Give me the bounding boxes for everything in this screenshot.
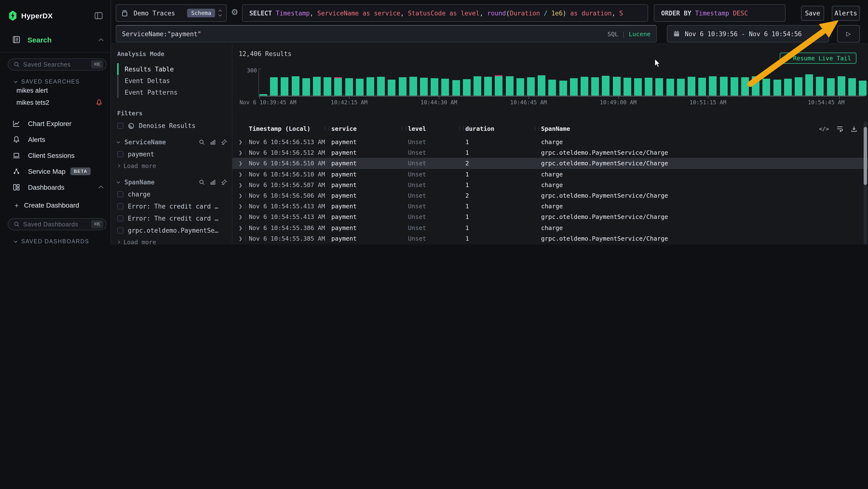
bar-chart-icon[interactable] <box>210 139 216 145</box>
checkbox[interactable] <box>117 123 123 129</box>
sidebar-item-chart-explorer[interactable]: Chart Explorer <box>0 115 111 131</box>
histogram-bar[interactable] <box>399 77 406 95</box>
histogram-bar[interactable] <box>838 76 845 95</box>
histogram-bar[interactable] <box>409 77 417 95</box>
sidebar-toggle-icon[interactable] <box>94 11 103 20</box>
bar-chart-icon[interactable] <box>210 179 216 185</box>
filter-group-spanname[interactable]: SpanName <box>117 179 227 186</box>
drag-handle-icon[interactable]: ⋮⋮ <box>400 126 407 131</box>
filter-option[interactable]: payment <box>117 151 227 158</box>
histogram-bar[interactable] <box>848 79 856 95</box>
histogram-bar[interactable] <box>495 76 503 95</box>
drag-handle-icon[interactable]: ⋮⋮ <box>533 126 540 131</box>
alerts-button[interactable]: Alerts <box>832 6 860 21</box>
histogram-bar[interactable] <box>270 77 278 95</box>
histogram-bar[interactable] <box>431 78 438 95</box>
histogram-bar[interactable] <box>302 78 310 95</box>
lang-sql[interactable]: SQL <box>607 30 618 37</box>
histogram-bar[interactable] <box>549 80 556 95</box>
sql-select-input[interactable]: SELECT Timestamp, ServiceName as service… <box>242 4 648 22</box>
histogram-bar[interactable] <box>805 74 813 95</box>
analysis-mode-event-deltas[interactable]: Event Deltas <box>117 75 227 86</box>
sidebar-item-client-sessions[interactable]: Client Sessions <box>0 147 111 163</box>
filter-option[interactable]: charge <box>117 191 227 198</box>
histogram-bar[interactable] <box>656 78 663 95</box>
expand-row-icon[interactable]: ❯ <box>239 224 242 231</box>
gear-icon[interactable]: ⚙ <box>231 7 239 17</box>
histogram-bar[interactable] <box>613 77 620 95</box>
table-row[interactable]: ❯Nov 6 10:54:56.506 AMpaymentUnset2grpc.… <box>232 190 868 201</box>
table-row[interactable]: ❯Nov 6 10:54:55.413 AMpaymentUnset1grpc.… <box>232 212 868 222</box>
saved-dashboards-input[interactable]: Saved Dashboards ⌘K <box>8 218 106 230</box>
table-row[interactable]: ❯Nov 6 10:54:55.375 AMpaymentUnset1grpc.… <box>232 244 868 244</box>
dashboard-item[interactable]: ClickPy Analytics <box>0 244 111 244</box>
histogram-bar[interactable] <box>677 79 685 95</box>
histogram-bar[interactable] <box>345 79 353 95</box>
saved-searches-header[interactable]: SAVED SEARCHES <box>0 79 111 84</box>
table-row[interactable]: ❯Nov 6 10:54:56.510 AMpaymentUnset1charg… <box>232 169 868 179</box>
code-view-icon[interactable]: </> <box>819 125 829 132</box>
denoise-results-toggle[interactable]: Denoise Results <box>117 122 227 130</box>
col-timestamp[interactable]: Timestamp (Local) <box>249 125 311 132</box>
load-more-button[interactable]: Load more <box>117 238 227 244</box>
analysis-mode-event-patterns[interactable]: Event Patterns <box>117 86 227 98</box>
histogram-bar[interactable] <box>323 78 331 95</box>
scrollbar-thumb[interactable] <box>864 127 867 185</box>
histogram-bar[interactable] <box>784 79 792 95</box>
histogram-bar[interactable] <box>473 76 481 95</box>
saved-search-item[interactable]: mikes tets2 <box>0 96 111 109</box>
filter-option[interactable]: Error: The credit card … <box>117 215 227 222</box>
histogram-bar[interactable] <box>367 78 374 95</box>
table-row[interactable]: ❯Nov 6 10:54:56.510 AMpaymentUnset2grpc.… <box>232 158 868 169</box>
lang-lucene[interactable]: Lucene <box>629 30 651 37</box>
histogram-bar[interactable] <box>356 79 364 95</box>
col-level[interactable]: level <box>408 125 426 132</box>
checkbox[interactable] <box>117 215 123 222</box>
expand-row-icon[interactable]: ❯ <box>239 138 242 146</box>
table-row[interactable]: ❯Nov 6 10:54:55.386 AMpaymentUnset1charg… <box>232 222 868 233</box>
histogram-bar[interactable] <box>441 79 449 95</box>
chevron-up-icon[interactable] <box>99 38 103 43</box>
pin-icon[interactable] <box>221 139 227 145</box>
download-icon[interactable] <box>850 125 858 132</box>
col-service[interactable]: service <box>331 125 356 132</box>
histogram-bar[interactable] <box>334 77 342 95</box>
histogram-bar[interactable] <box>623 78 631 95</box>
filter-group-servicename[interactable]: ServiceName <box>117 139 227 146</box>
expand-row-icon[interactable]: ❯ <box>239 181 242 189</box>
histogram-bar[interactable] <box>538 75 546 95</box>
expand-row-icon[interactable]: ❯ <box>239 192 242 199</box>
histogram-bar[interactable] <box>698 78 706 95</box>
histogram-bar[interactable] <box>377 77 385 95</box>
create-dashboard-button[interactable]: + Create Dashboard <box>0 198 111 212</box>
run-query-button[interactable]: ▷ <box>837 25 860 42</box>
table-row[interactable]: ❯Nov 6 10:54:56.507 AMpaymentUnset1charg… <box>232 179 868 190</box>
saved-dashboards-header[interactable]: SAVED DASHBOARDS <box>0 238 111 244</box>
expand-row-icon[interactable]: ❯ <box>239 149 242 156</box>
saved-searches-input[interactable]: Saved Searches ⌘K <box>8 58 106 70</box>
saved-search-item[interactable]: mikes alert <box>0 84 111 96</box>
histogram-bar[interactable] <box>773 79 781 95</box>
histogram-bar[interactable] <box>634 79 642 95</box>
histogram-bar[interactable] <box>741 77 749 95</box>
histogram-bar[interactable] <box>827 78 835 95</box>
date-range-picker[interactable]: Nov 6 10:39:56 - Nov 6 10:54:56 <box>667 25 829 42</box>
histogram-bar[interactable] <box>752 77 760 95</box>
histogram-bar[interactable] <box>506 76 513 95</box>
histogram-bar[interactable] <box>259 94 267 95</box>
resume-live-tail-button[interactable]: Resume Live Tail <box>779 53 857 64</box>
histogram-bar[interactable] <box>709 76 717 95</box>
histogram-bar[interactable] <box>484 77 492 95</box>
table-row[interactable]: ❯Nov 6 10:54:55.413 AMpaymentUnset1charg… <box>232 201 868 211</box>
histogram-bar[interactable] <box>645 78 652 95</box>
histogram-bar[interactable] <box>591 77 599 95</box>
checkbox[interactable] <box>117 227 123 234</box>
histogram-bar[interactable] <box>731 78 738 95</box>
filter-option[interactable]: Error: The credit card … <box>117 203 227 210</box>
histogram-bar[interactable] <box>688 77 695 95</box>
expand-row-icon[interactable]: ❯ <box>239 170 242 178</box>
checkbox[interactable] <box>117 191 123 197</box>
histogram-bar[interactable] <box>420 78 428 95</box>
histogram-bar[interactable] <box>859 81 867 95</box>
expand-row-icon[interactable]: ❯ <box>239 160 242 167</box>
